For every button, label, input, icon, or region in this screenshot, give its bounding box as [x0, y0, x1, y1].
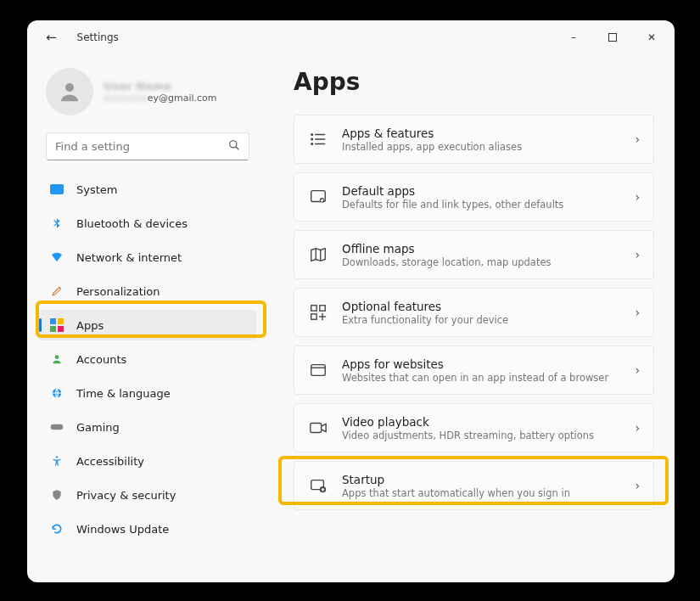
chevron-right-icon: › [635, 363, 640, 377]
sidebar-item-label: Network & internet [76, 251, 182, 264]
sidebar-item-label: System [76, 183, 117, 196]
svg-rect-24 [311, 424, 322, 433]
card-subtitle: Installed apps, app execution aliases [342, 141, 621, 153]
card-subtitle: Downloads, storage location, map updates [342, 256, 621, 268]
card-subtitle: Extra functionality for your device [342, 314, 621, 326]
svg-line-2 [236, 147, 239, 150]
sidebar-item-accessibility[interactable]: Accessibility [39, 446, 256, 476]
svg-rect-22 [311, 365, 326, 376]
sidebar-item-label: Apps [76, 319, 104, 332]
svg-rect-17 [311, 306, 316, 311]
svg-point-10 [311, 134, 313, 136]
card-title: Startup [342, 473, 621, 486]
startup-icon [308, 475, 328, 496]
card-optional-features[interactable]: Optional features Extra functionality fo… [294, 288, 654, 337]
chevron-right-icon: › [635, 421, 640, 435]
card-title: Apps for websites [342, 357, 621, 371]
card-title: Apps & features [342, 126, 621, 140]
profile[interactable]: User Name xxxxxxxxey@gmail.com [39, 65, 256, 127]
window-icon [308, 360, 328, 380]
card-title: Video playback [342, 415, 621, 429]
update-icon [49, 521, 64, 536]
svg-rect-5 [51, 424, 64, 430]
card-title: Offline maps [342, 242, 621, 256]
settings-window: ← Settings – ✕ User Name xxxxxxxxey@gmai… [27, 20, 675, 582]
profile-email: xxxxxxxxey@gmail.com [104, 93, 217, 104]
sidebar-item-time-language[interactable]: Time & language [39, 378, 256, 408]
plus-grid-icon [308, 302, 328, 323]
sidebar-item-personalization[interactable]: Personalization [39, 276, 256, 306]
sidebar-item-label: Accounts [76, 353, 126, 366]
card-apps-for-websites[interactable]: Apps for websites Websites that can open… [294, 345, 654, 395]
bluetooth-icon [49, 216, 64, 231]
svg-point-11 [311, 138, 313, 140]
sidebar-item-system[interactable]: System [39, 174, 256, 205]
list-icon [308, 129, 328, 149]
sidebar-item-apps[interactable]: Apps [39, 310, 256, 340]
globe-icon [49, 385, 64, 401]
maximize-button[interactable] [593, 25, 632, 50]
sidebar-item-label: Windows Update [76, 523, 169, 536]
person-icon [49, 351, 64, 367]
card-title: Optional features [342, 300, 621, 313]
sidebar-item-accounts[interactable]: Accounts [39, 344, 256, 374]
brush-icon [49, 284, 64, 299]
close-button[interactable]: ✕ [632, 25, 671, 50]
sidebar-item-network[interactable]: Network & internet [39, 242, 256, 272]
wifi-icon [49, 250, 64, 265]
main-panel: Apps Apps & features Installed apps, app… [268, 54, 675, 582]
card-subtitle: Video adjustments, HDR streaming, batter… [342, 430, 621, 441]
search-box[interactable] [46, 132, 249, 160]
titlebar: ← Settings – ✕ [27, 20, 675, 54]
sidebar-item-label: Privacy & security [76, 489, 176, 502]
sidebar-item-gaming[interactable]: Gaming [39, 412, 256, 442]
sidebar-item-label: Accessibility [76, 455, 144, 468]
video-icon [308, 418, 328, 438]
card-video-playback[interactable]: Video playback Video adjustments, HDR st… [294, 403, 654, 452]
page-title: Apps [294, 68, 654, 96]
sidebar-item-label: Personalization [76, 285, 160, 298]
chevron-right-icon: › [635, 306, 640, 319]
search-input[interactable] [55, 140, 228, 153]
sidebar-item-label: Bluetooth & devices [76, 217, 188, 230]
sidebar-item-privacy[interactable]: Privacy & security [39, 480, 256, 510]
default-icon [308, 187, 328, 207]
app-title: Settings [77, 31, 119, 43]
sidebar-item-windows-update[interactable]: Windows Update [39, 514, 256, 544]
minimize-button[interactable]: – [554, 25, 593, 50]
content-area: User Name xxxxxxxxey@gmail.com System Bl… [27, 54, 675, 582]
map-icon [308, 244, 328, 265]
accessibility-icon [49, 453, 64, 469]
card-subtitle: Websites that can open in an app instead… [342, 372, 621, 384]
svg-point-6 [56, 456, 58, 458]
person-icon [57, 79, 82, 104]
chevron-right-icon: › [635, 479, 640, 492]
apps-icon [49, 317, 64, 333]
card-default-apps[interactable]: Default apps Defaults for file and link … [294, 172, 654, 222]
gamepad-icon [49, 419, 64, 435]
sidebar: User Name xxxxxxxxey@gmail.com System Bl… [27, 54, 268, 582]
svg-point-12 [311, 143, 313, 145]
card-subtitle: Defaults for file and link types, other … [342, 199, 621, 211]
card-apps-features[interactable]: Apps & features Installed apps, app exec… [294, 115, 654, 164]
svg-point-1 [230, 141, 237, 148]
chevron-right-icon: › [635, 248, 640, 261]
monitor-icon [49, 182, 64, 197]
shield-icon [49, 487, 64, 503]
sidebar-item-label: Gaming [76, 421, 120, 434]
svg-point-3 [55, 355, 59, 359]
card-title: Default apps [342, 184, 621, 198]
back-button[interactable]: ← [37, 25, 65, 50]
avatar [46, 68, 93, 115]
card-startup[interactable]: Startup Apps that start automatically wh… [294, 461, 654, 510]
profile-name: User Name [104, 80, 217, 93]
card-offline-maps[interactable]: Offline maps Downloads, storage location… [294, 230, 654, 279]
sidebar-item-bluetooth[interactable]: Bluetooth & devices [39, 208, 256, 239]
chevron-right-icon: › [635, 132, 640, 146]
sidebar-item-label: Time & language [76, 387, 171, 400]
search-icon [228, 139, 240, 154]
chevron-right-icon: › [635, 190, 640, 204]
svg-rect-18 [320, 306, 325, 311]
svg-point-0 [65, 83, 74, 92]
card-subtitle: Apps that start automatically when you s… [342, 487, 621, 499]
